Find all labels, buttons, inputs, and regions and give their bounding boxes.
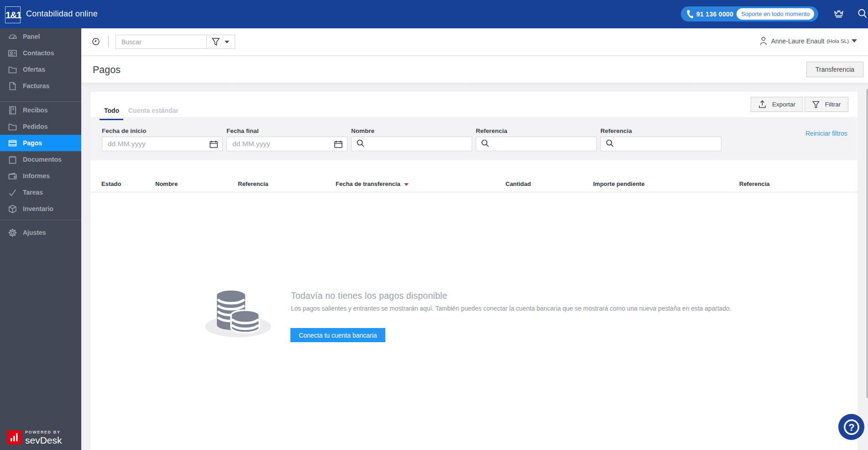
svg-text:?: ? [848, 422, 854, 433]
